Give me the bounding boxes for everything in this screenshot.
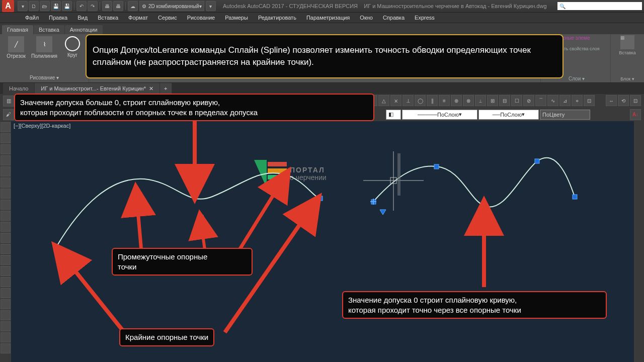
snap-icon[interactable]: ⊕ [451, 95, 462, 106]
snap-icon[interactable]: ⟂ [475, 95, 486, 106]
saveas-icon[interactable]: 💾 [62, 1, 72, 11]
snap-icon[interactable]: ⟲ [618, 95, 629, 106]
block-panel-label[interactable]: Блок ▾ [620, 76, 634, 81]
menu-view[interactable]: Вид [72, 15, 93, 21]
plotstyle-combo[interactable]: ПоЦвету [540, 110, 590, 120]
qat-dropdown-icon[interactable]: ▾ [206, 1, 216, 11]
snap-icon[interactable]: ⊟ [499, 95, 510, 106]
menu-draw[interactable]: Рисование [182, 15, 220, 21]
grip-point[interactable] [199, 215, 203, 220]
grip-triangle-icon[interactable] [380, 210, 386, 215]
linetype-combo[interactable]: ───── ПоСлою ▾ [402, 110, 477, 120]
help-search-input[interactable]: 🔍 [557, 2, 642, 10]
insert-icon[interactable]: ▦ [620, 35, 634, 49]
grip-point[interactable] [434, 164, 439, 169]
menu-help[interactable]: Справка [378, 15, 410, 21]
tool-icon[interactable] [1, 144, 11, 154]
snap-icon[interactable]: ⌒ [535, 95, 546, 106]
ribbon-tab-annotate[interactable]: Аннотации [65, 25, 103, 34]
app-logo-icon[interactable]: A [2, 0, 14, 12]
snap-icon[interactable]: △ [378, 95, 389, 106]
tab-document[interactable]: ИГ и Машиностроит...- Евгений Курицин* ✕ [35, 83, 160, 94]
snap-icon[interactable]: ≡ [439, 95, 450, 106]
drawing-canvas[interactable]: [−][Сверху][2D-каркас] ПОРТАЛ о черчении [0, 121, 644, 362]
snap-icon[interactable]: ⊗ [463, 95, 474, 106]
snap-icon[interactable]: ⊿ [559, 95, 571, 106]
polyline-button[interactable]: ⌇ Полилиния [31, 36, 57, 74]
redo-icon[interactable]: ↷ [88, 1, 98, 11]
open-icon[interactable]: 🗁 [40, 1, 50, 11]
tool-icon[interactable] [1, 288, 11, 298]
menu-insert[interactable]: Вставка [93, 15, 123, 21]
print-icon[interactable]: 🖶 [102, 1, 112, 11]
ribbon-tab-home[interactable]: Главная [2, 25, 33, 34]
tool-icon[interactable] [1, 277, 11, 287]
tool-icon[interactable] [1, 211, 11, 221]
save-icon[interactable]: 💾 [51, 1, 61, 11]
tool-icon[interactable] [1, 343, 11, 353]
menu-express[interactable]: Express [410, 15, 440, 21]
tool-icon[interactable] [1, 222, 11, 232]
grip-point[interactable] [284, 172, 288, 177]
tool-icon[interactable] [1, 177, 11, 188]
tool-icon[interactable] [1, 332, 11, 342]
tool-icon[interactable] [1, 155, 11, 165]
menu-format[interactable]: Формат [123, 15, 153, 21]
tool-icon[interactable] [1, 299, 11, 309]
grip-point-selected[interactable] [481, 203, 486, 208]
spline-zero-tolerance[interactable] [373, 158, 575, 207]
plot-icon[interactable]: 🖶 [113, 1, 123, 11]
line-button[interactable]: ╱ Отрезок [3, 36, 29, 74]
snap-icon[interactable]: ⊞ [487, 95, 498, 106]
annotation-icon[interactable]: A↓ [630, 109, 641, 120]
tool-icon[interactable]: 🖌 [3, 109, 14, 120]
snap-icon[interactable]: ↔ [606, 95, 617, 106]
menu-parametric[interactable]: Параметризация [301, 15, 355, 21]
snap-icon[interactable]: ⊘ [523, 95, 534, 106]
tool-icon[interactable] [1, 200, 11, 210]
tool-icon[interactable] [1, 266, 11, 276]
tool-icon[interactable] [1, 310, 11, 320]
tool-icon[interactable]: ▥ [3, 96, 14, 107]
cloud-icon[interactable]: ☁ [128, 1, 138, 11]
tool-icon[interactable] [1, 321, 11, 331]
menu-tools[interactable]: Сервис [153, 15, 182, 21]
circle-button[interactable]: Круг [59, 36, 86, 74]
ribbon-tab-insert[interactable]: Вставка [34, 25, 64, 34]
snap-icon[interactable]: ⨯ [390, 95, 401, 106]
snap-icon[interactable]: ☐ [511, 95, 522, 106]
layers-panel-label[interactable]: Слои ▾ [569, 76, 585, 81]
tool-icon[interactable] [1, 233, 11, 243]
lineweight-combo[interactable]: ── ПоСлою ▾ [478, 110, 539, 120]
menu-file[interactable]: Файл [20, 15, 44, 21]
snap-icon[interactable]: ⋄ [572, 95, 583, 106]
tool-icon[interactable] [1, 166, 11, 176]
undo-icon[interactable]: ↶ [76, 1, 87, 11]
menu-edit[interactable]: Правка [44, 15, 72, 21]
snap-icon[interactable]: ∿ [547, 95, 558, 106]
tool-icon[interactable] [1, 244, 11, 254]
menu-button[interactable]: ▾ [18, 1, 28, 11]
right-scrollbar[interactable] [634, 121, 644, 362]
tool-icon[interactable] [1, 122, 11, 132]
tool-icon[interactable] [1, 255, 11, 265]
color-swatch[interactable]: ◧ [386, 110, 401, 120]
panel-label-draw[interactable]: Рисование ▾ [3, 74, 86, 80]
menu-dimension[interactable]: Размеры [220, 15, 253, 21]
snap-icon[interactable]: ◯ [415, 95, 426, 106]
menu-modify[interactable]: Редактировать [253, 15, 301, 21]
tab-start[interactable]: Начало [3, 83, 35, 94]
tool-icon[interactable] [1, 133, 11, 143]
grip-point[interactable] [535, 159, 539, 163]
grip-point[interactable] [134, 189, 138, 193]
snap-icon[interactable]: ⊥ [403, 95, 414, 106]
grip-endpoint[interactable] [573, 195, 577, 199]
menu-window[interactable]: Окно [355, 15, 378, 21]
tab-new[interactable]: + [160, 83, 172, 94]
snap-icon[interactable]: ⊡ [584, 95, 595, 106]
new-icon[interactable]: 🗋 [29, 1, 39, 11]
grip-endpoint[interactable] [318, 196, 323, 201]
workspace-selector[interactable]: ⚙ 2D комбинированный ▾ [139, 1, 204, 11]
tool-icon[interactable] [1, 189, 11, 199]
snap-icon[interactable]: ⊡ [630, 95, 641, 106]
